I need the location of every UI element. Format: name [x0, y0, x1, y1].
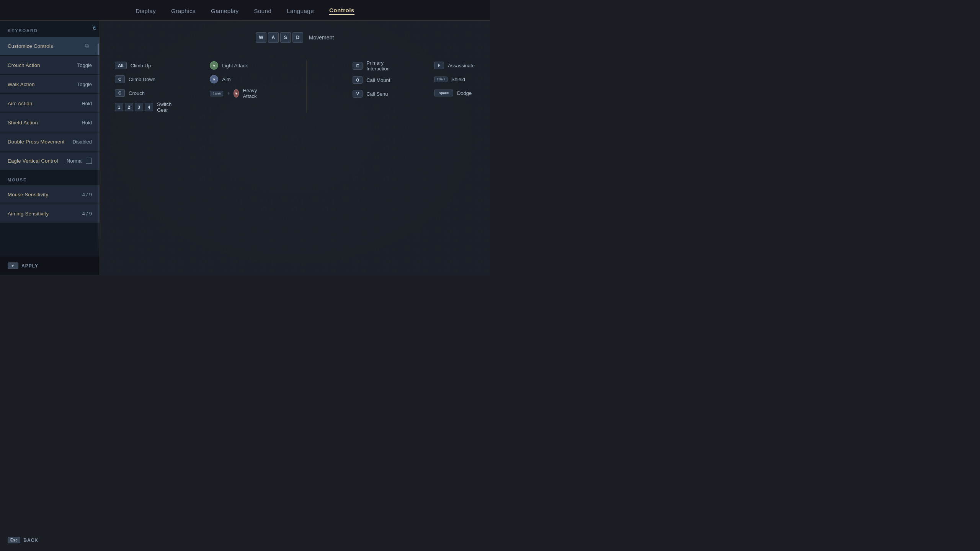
crouch-row: C Crouch	[115, 88, 172, 98]
gear-key-2: 2	[125, 103, 133, 111]
aiming-sensitivity-item[interactable]: Aiming Sensitivity 4 / 9	[0, 204, 100, 223]
space-key: Space	[434, 90, 453, 96]
bottom-controls: ↵ APPLY	[0, 257, 100, 275]
gear-key-3: 3	[135, 103, 143, 111]
crouch-action-value: Toggle	[77, 62, 92, 68]
dodge-row: Space Dodge	[434, 88, 475, 98]
walk-action-item[interactable]: Walk Action Toggle	[0, 75, 100, 93]
kb-groups: Alt Climb Up C Climb Down C Crouch	[115, 60, 475, 113]
kb-content: W A S D Movement Alt Climb Up	[100, 21, 490, 275]
shift-key-shield: ⇧Shift	[434, 77, 448, 82]
shield-action-kb: Shield	[451, 77, 465, 82]
sidebar-divider	[100, 21, 100, 275]
primary-interaction-row: E Primary Interaction	[353, 60, 396, 72]
switch-gear-action: Switch Gear	[157, 101, 172, 113]
apply-label: APPLY	[21, 263, 38, 269]
keyboard-section-title: KEYBOARD	[0, 28, 100, 37]
customize-controls-label: Customize Controls	[8, 43, 53, 49]
nav-graphics[interactable]: Graphics	[171, 8, 196, 14]
c-key-climb: C	[115, 75, 125, 83]
primary-interaction-action: Primary Interaction	[366, 60, 396, 72]
v-key: V	[353, 90, 363, 98]
call-senu-row: V Call Senu	[353, 88, 396, 99]
customize-controls-item[interactable]: Customize Controls ⧉	[0, 37, 100, 55]
mouse-heavy-icon: 🖱	[234, 89, 239, 98]
gear-key-4: 4	[145, 103, 153, 111]
aim-row: 🖱 Aim	[210, 74, 260, 85]
crouch-action-item[interactable]: Crouch Action Toggle	[0, 56, 100, 74]
gear-numbers: 1 2 3 4	[115, 103, 153, 111]
mouse-sensitivity-item[interactable]: Mouse Sensitivity 4 / 9	[0, 185, 100, 204]
right-attack-group: F Assassinate ⇧Shift Shield Space Dodge	[434, 60, 475, 113]
main-content: 🖱 KEYBOARD Customize Controls ⧉ Crouch A…	[0, 21, 490, 275]
climb-down-action: Climb Down	[129, 77, 155, 82]
aim-action-value: Hold	[82, 101, 92, 106]
heavy-attack-action: Heavy Attack	[243, 88, 260, 99]
aim-action-label: Aim Action	[8, 101, 32, 106]
eagle-vertical-label: Eagle Vertical Control	[8, 158, 58, 164]
call-mount-row: Q Call Mount	[353, 75, 396, 85]
top-nav: Display Graphics Gameplay Sound Language…	[0, 0, 490, 21]
nav-controls[interactable]: Controls	[329, 7, 354, 15]
d-key: D	[292, 32, 303, 43]
interaction-actions-group: E Primary Interaction Q Call Mount V Cal…	[353, 60, 396, 113]
shield-row: ⇧Shift Shield	[434, 74, 475, 85]
mouse-right-icon: 🖱	[210, 75, 218, 83]
climb-up-row: Alt Climb Up	[115, 60, 172, 71]
climb-up-action: Climb Up	[131, 63, 151, 68]
aiming-sensitivity-value: 4 / 9	[82, 211, 92, 217]
heavy-attack-row: ⇧Shift + 🖱 Heavy Attack	[210, 88, 260, 99]
nav-language[interactable]: Language	[287, 8, 314, 14]
light-attack-row: 🖱 Light Attack	[210, 60, 260, 71]
eagle-vertical-checkbox[interactable]	[86, 158, 92, 164]
sidebar: 🖱 KEYBOARD Customize Controls ⧉ Crouch A…	[0, 21, 100, 275]
light-attack-action: Light Attack	[222, 63, 248, 68]
alt-key: Alt	[115, 62, 127, 69]
aiming-sensitivity-label: Aiming Sensitivity	[8, 211, 49, 217]
kb-center-divider	[306, 60, 307, 113]
crouch-action-label: Crouch Action	[8, 62, 40, 68]
movement-label: Movement	[309, 34, 334, 41]
double-press-value: Disabled	[72, 139, 92, 145]
double-press-label: Double Press Movement	[8, 139, 65, 145]
keybindings-panel: W A S D Movement Alt Climb Up	[100, 21, 490, 275]
w-key: W	[256, 32, 266, 43]
e-key: E	[353, 62, 363, 70]
aim-action-item[interactable]: Aim Action Hold	[0, 94, 100, 112]
nav-display[interactable]: Display	[136, 8, 156, 14]
plus-symbol: +	[227, 91, 230, 96]
mouse-scroll-icon: 🖱	[91, 24, 98, 31]
shield-action-label: Shield Action	[8, 120, 38, 126]
gear-key-1: 1	[115, 103, 123, 111]
movement-actions-group: Alt Climb Up C Climb Down C Crouch	[115, 60, 172, 113]
assassinate-action: Assassinate	[448, 63, 475, 68]
f-key: F	[434, 62, 444, 69]
walk-action-label: Walk Action	[8, 82, 35, 87]
shift-key-heavy: ⇧Shift	[210, 91, 223, 96]
q-key: Q	[353, 76, 363, 84]
walk-action-value: Toggle	[77, 82, 92, 87]
a-key: A	[268, 32, 279, 43]
nav-gameplay[interactable]: Gameplay	[211, 8, 238, 14]
mouse-sensitivity-label: Mouse Sensitivity	[8, 192, 48, 197]
shield-action-item[interactable]: Shield Action Hold	[0, 113, 100, 132]
apply-button[interactable]: ↵ APPLY	[8, 262, 38, 269]
wasd-group: W A S D	[256, 32, 303, 43]
apply-key: ↵	[8, 262, 18, 269]
assassinate-row: F Assassinate	[434, 60, 475, 71]
shield-action-value: Hold	[82, 120, 92, 126]
s-key: S	[280, 32, 291, 43]
double-press-item[interactable]: Double Press Movement Disabled	[0, 132, 100, 151]
attack-actions-group: 🖱 Light Attack 🖱 Aim ⇧Shift +	[210, 60, 260, 113]
mouse-sensitivity-value: 4 / 9	[82, 192, 92, 197]
switch-gear-row: 1 2 3 4 Switch Gear	[115, 101, 172, 113]
eagle-vertical-item[interactable]: Eagle Vertical Control Normal	[0, 152, 100, 170]
aim-action-kb: Aim	[222, 77, 230, 82]
call-senu-action: Call Senu	[366, 91, 388, 97]
mouse-left-icon: 🖱	[210, 61, 218, 70]
crouch-action: Crouch	[129, 90, 145, 96]
call-mount-action: Call Mount	[366, 77, 390, 83]
dodge-action: Dodge	[457, 90, 472, 96]
climb-down-row: C Climb Down	[115, 74, 172, 85]
nav-sound[interactable]: Sound	[254, 8, 271, 14]
